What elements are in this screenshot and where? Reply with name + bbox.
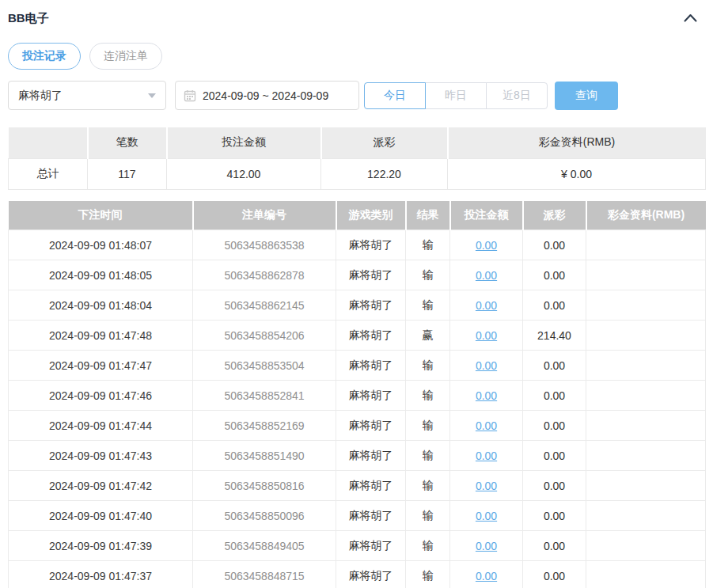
date-range-value: 2024-09-09 ~ 2024-09-09: [203, 89, 328, 102]
bonus-value: [586, 531, 706, 561]
bet-result: 输: [406, 561, 450, 588]
summary-header-bet-amount: 投注金额: [167, 127, 321, 158]
header-payout: 派彩: [523, 201, 586, 230]
table-row: 2024-09-09 01:47:37 5063458848715 麻将胡了 输…: [9, 561, 706, 588]
game-select-value: 麻将胡了: [18, 89, 63, 103]
summary-total-payout: 122.20: [321, 158, 448, 189]
bet-amount-link[interactable]: 0.00: [476, 269, 497, 282]
summary-total-count: 117: [88, 158, 167, 189]
summary-total-label: 总计: [9, 158, 88, 189]
chevron-up-icon: [684, 11, 697, 25]
bet-result: 输: [406, 290, 450, 321]
bet-result: 输: [406, 531, 450, 561]
bet-amount-link[interactable]: 0.00: [476, 419, 497, 432]
game-select[interactable]: 麻将胡了: [8, 81, 166, 110]
bet-time: 2024-09-09 01:48:04: [9, 290, 193, 321]
quick-range-last8days[interactable]: 近8日: [486, 82, 548, 109]
bet-amount-link[interactable]: 0.00: [476, 239, 497, 252]
payout-value: 0.00: [523, 501, 586, 531]
summary-table: 笔数 投注金额 派彩 彩金资料(RMB) 总计 117 412.00 122.2…: [8, 127, 706, 190]
payout-value: 0.00: [523, 471, 586, 501]
bet-amount-link[interactable]: 0.00: [476, 299, 497, 312]
game-type: 麻将胡了: [336, 471, 406, 501]
tab-cancelled-orders[interactable]: 连消注单: [89, 43, 162, 70]
bet-result: 输: [406, 381, 450, 411]
bet-time: 2024-09-09 01:47:42: [9, 471, 193, 501]
order-id: 5063458862145: [193, 290, 336, 321]
summary-total-row: 总计 117 412.00 122.20 ¥ 0.00: [9, 158, 706, 189]
bet-time: 2024-09-09 01:47:39: [9, 531, 193, 561]
game-type: 麻将胡了: [336, 381, 406, 411]
payout-value: 0.00: [523, 561, 586, 588]
bet-amount-link[interactable]: 0.00: [476, 480, 497, 492]
order-id: 5063458851490: [193, 441, 336, 471]
bet-records-panel: BB电子 投注记录 连消注单 麻将胡了 2024-09-09 ~ 2024-09…: [0, 0, 713, 588]
bet-table-body: 2024-09-09 01:48:07 5063458863538 麻将胡了 输…: [9, 230, 706, 588]
bonus-value: [586, 501, 706, 531]
bet-amount-link[interactable]: 0.00: [476, 329, 497, 342]
summary-header-bonus: 彩金资料(RMB): [448, 127, 706, 158]
order-id: 5063458854206: [193, 321, 336, 351]
order-id: 5063458862878: [193, 260, 336, 290]
header-bonus: 彩金资料(RMB): [586, 201, 706, 230]
bonus-value: [586, 321, 706, 351]
header-bet-time: 下注时间: [9, 201, 193, 230]
table-row: 2024-09-09 01:47:42 5063458850816 麻将胡了 输…: [9, 471, 706, 501]
table-row: 2024-09-09 01:48:07 5063458863538 麻将胡了 输…: [9, 230, 706, 260]
payout-value: 0.00: [523, 290, 586, 321]
table-row: 2024-09-09 01:48:05 5063458862878 麻将胡了 输…: [9, 260, 706, 290]
bet-result: 输: [406, 230, 450, 260]
bonus-value: [586, 471, 706, 501]
order-id: 5063458852169: [193, 411, 336, 441]
collapse-panel-button[interactable]: [681, 11, 699, 25]
summary-total-bonus: ¥ 0.00: [448, 158, 706, 189]
payout-value: 0.00: [523, 351, 586, 381]
summary-total-bet-amount: 412.00: [167, 158, 321, 189]
bet-amount-link[interactable]: 0.00: [476, 540, 497, 552]
bet-time: 2024-09-09 01:47:44: [9, 411, 193, 441]
game-type: 麻将胡了: [336, 561, 406, 588]
game-type: 麻将胡了: [336, 290, 406, 321]
tab-bet-records[interactable]: 投注记录: [8, 43, 81, 70]
calendar-icon: [184, 89, 196, 102]
game-type: 麻将胡了: [336, 260, 406, 290]
summary-header-blank: [9, 127, 88, 158]
bonus-value: [586, 260, 706, 290]
order-id: 5063458848715: [193, 561, 336, 588]
order-id: 5063458863538: [193, 230, 336, 260]
bonus-value: [586, 381, 706, 411]
bet-time: 2024-09-09 01:48:05: [9, 260, 193, 290]
bet-amount-link[interactable]: 0.00: [476, 450, 497, 462]
bet-amount-link[interactable]: 0.00: [476, 510, 497, 522]
payout-value: 0.00: [523, 260, 586, 290]
bet-time: 2024-09-09 01:48:07: [9, 230, 193, 260]
bet-result: 输: [406, 411, 450, 441]
table-row: 2024-09-09 01:47:43 5063458851490 麻将胡了 输…: [9, 441, 706, 471]
summary-header-payout: 派彩: [321, 127, 448, 158]
bet-amount-link[interactable]: 0.00: [476, 389, 497, 402]
quick-range-group: 今日 昨日 近8日: [364, 82, 548, 109]
order-id: 5063458853504: [193, 351, 336, 381]
bet-amount-link[interactable]: 0.00: [476, 570, 497, 582]
bet-result: 输: [406, 260, 450, 290]
quick-range-today[interactable]: 今日: [364, 82, 426, 109]
bet-result: 输: [406, 441, 450, 471]
order-id: 5063458852841: [193, 381, 336, 411]
header-result: 结果: [406, 201, 450, 230]
bet-time: 2024-09-09 01:47:37: [9, 561, 193, 588]
bet-time: 2024-09-09 01:47:40: [9, 501, 193, 531]
query-button[interactable]: 查询: [555, 82, 618, 110]
table-row: 2024-09-09 01:47:39 5063458849405 麻将胡了 输…: [9, 531, 706, 561]
table-row: 2024-09-09 01:47:40 5063458850096 麻将胡了 输…: [9, 501, 706, 531]
summary-header-count: 笔数: [88, 127, 167, 158]
record-type-tabs: 投注记录 连消注单: [8, 43, 705, 70]
date-range-input[interactable]: 2024-09-09 ~ 2024-09-09: [175, 81, 359, 110]
bonus-value: [586, 411, 706, 441]
bet-result: 输: [406, 501, 450, 531]
game-type: 麻将胡了: [336, 441, 406, 471]
bet-amount-link[interactable]: 0.00: [476, 359, 497, 372]
game-type: 麻将胡了: [336, 531, 406, 561]
quick-range-yesterday[interactable]: 昨日: [425, 82, 487, 109]
payout-value: 0.00: [523, 411, 586, 441]
bonus-value: [586, 561, 706, 588]
